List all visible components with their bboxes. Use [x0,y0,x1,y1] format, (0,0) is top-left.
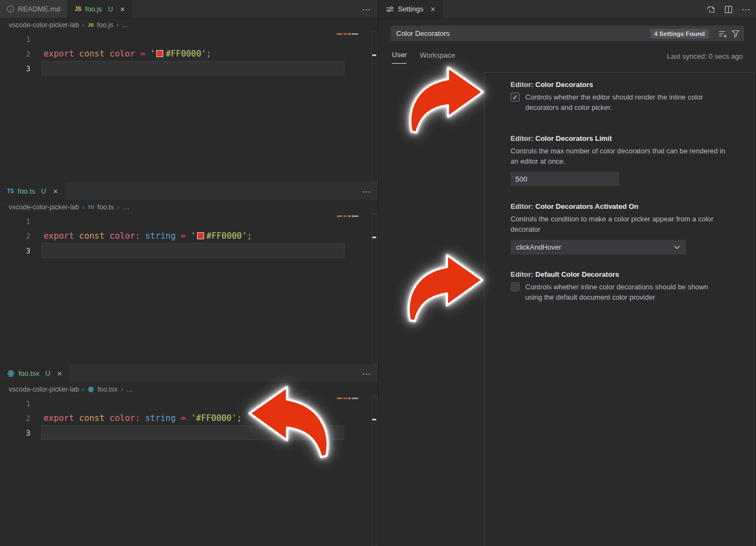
tab-foots[interactable]: TS foo.ts U × [0,182,65,200]
editor-pane-footsx: foo.tsx U × ⋯ vscode-color-picker-lab › [0,364,378,546]
open-settings-json-icon[interactable] [706,5,716,14]
close-icon[interactable]: × [57,369,62,377]
breadcrumb-symbol[interactable]: … [122,203,130,211]
dropdown-value: clickAndHover [516,243,561,251]
scope-tab-user[interactable]: User [392,51,407,64]
tab-foojs[interactable]: JS foo.js U × [67,0,132,18]
code-editor[interactable]: 1 2 export const color = '#FF0000'; 3 [0,32,378,182]
setting-description: Controls whether the editor should rende… [525,92,717,113]
setting-description: Controls the max number of color decorat… [511,146,735,166]
close-icon[interactable]: × [120,5,125,13]
scrollbar[interactable] [372,32,378,182]
chevron-right-icon: › [82,203,84,211]
line-number: 2 [0,414,30,423]
tab-label: foo.tsx [19,369,39,377]
vscode-window: i README.md JS foo.js U × ⋯ vscode-color… [0,0,756,546]
more-actions-icon[interactable]: ⋯ [362,0,371,18]
tab-footsx[interactable]: foo.tsx U × [0,364,70,382]
breadcrumb-file[interactable]: foo.ts [97,203,114,211]
code-line-current: 3 [0,243,378,258]
tab-bar: foo.tsx U × ⋯ [0,364,378,383]
line-number: 1 [0,399,30,408]
tab-bar: Settings × ⋯ [379,0,756,18]
editor-pane-foots: TS foo.ts U × ⋯ vscode-color-picker-lab … [0,182,378,364]
setting-title: Editor: Color Decorators Limit [511,134,754,143]
breadcrumb-file[interactable]: foo.js [97,21,113,29]
tab-bar: i README.md JS foo.js U × ⋯ [0,0,378,18]
current-line-highlight [41,61,345,76]
current-line-highlight [41,425,345,440]
react-icon [7,370,15,377]
more-actions-icon[interactable]: ⋯ [362,182,371,201]
chevron-right-icon: › [117,203,119,211]
settings-search-input[interactable]: Color Decorators 4 Settings Found [391,26,744,41]
settings-editor-group: Settings × ⋯ [378,0,756,546]
setting-color-decorators-activated-on: Editor: Color Decorators Activated On Co… [511,202,754,255]
settings-list: Editor: Color Decorators ✓ Controls whet… [484,72,754,546]
filter-icon[interactable] [732,30,740,38]
chevron-right-icon: › [82,21,84,29]
setting-color-decorators-limit: Editor: Color Decorators Limit Controls … [511,134,754,186]
setting-default-color-decorators: Editor: Default Color Decorators Control… [511,270,754,302]
setting-description: Controls whether inline color decoration… [525,282,726,302]
git-untracked-badge: U [41,188,46,195]
breadcrumb-symbol[interactable]: … [122,21,129,29]
code-line: 1 [0,214,378,228]
scope-tab-workspace[interactable]: Workspace [420,51,455,64]
checkbox-color-decorators[interactable]: ✓ [511,92,520,102]
clear-filters-icon[interactable] [718,30,727,38]
line-number: 3 [0,246,30,255]
line-number: 1 [0,217,30,226]
close-icon[interactable]: × [53,187,58,195]
code-line: 2 export const color: string = '#FF0000'… [0,228,378,243]
tab-label: Settings [398,5,423,13]
tab-readme[interactable]: i README.md [0,0,67,18]
git-untracked-badge: U [108,5,113,13]
breadcrumb-folder[interactable]: vscode-color-picker-lab [9,21,79,29]
chevron-right-icon: › [82,386,84,393]
code-editor[interactable]: 1 2 export const color: string = '#FF000… [0,214,378,364]
settings-sliders-icon [386,5,394,13]
scrollbar[interactable] [372,396,378,546]
settings-search-row: Color Decorators 4 Settings Found [379,18,756,46]
search-query-text: Color Decorators [396,29,650,38]
overview-ruler-cursor [372,419,376,420]
setting-color-decorators: Editor: Color Decorators ✓ Controls whet… [511,80,754,113]
split-editor-icon[interactable] [724,5,733,14]
close-icon[interactable]: × [431,5,435,13]
more-actions-icon[interactable]: ⋯ [741,4,751,15]
breadcrumb-folder[interactable]: vscode-color-picker-lab [9,386,79,393]
color-decorator-swatch[interactable] [156,50,163,57]
minimap[interactable] [337,215,358,217]
breadcrumb-file[interactable]: foo.tsx [97,386,118,393]
code-text: export const color: string = '#FF0000'; [30,231,252,241]
editor-pane-foojs: i README.md JS foo.js U × ⋯ vscode-color… [0,0,378,182]
ts-icon: TS [7,188,14,194]
code-editor[interactable]: 1 2 export const color: string = '#FF000… [0,396,378,546]
settings-scope-tabs: User Workspace Last synced: 0 secs ago [379,46,756,65]
code-line-current: 3 [0,61,378,76]
editor-actions: ⋯ [706,0,751,18]
breadcrumb: vscode-color-picker-lab › foo.tsx › … [0,383,378,396]
activated-on-dropdown[interactable]: clickAndHover [511,240,686,255]
minimap[interactable] [337,398,358,399]
line-number: 2 [0,232,30,240]
breadcrumb-symbol[interactable]: … [126,386,133,393]
chevron-down-icon [674,245,680,250]
code-text: export const color = '#FF0000'; [30,49,211,59]
more-actions-icon[interactable]: ⋯ [362,364,371,383]
line-number: 3 [0,429,30,437]
setting-title: Editor: Color Decorators Activated On [511,202,754,211]
limit-input[interactable] [511,172,619,186]
color-decorator-swatch[interactable] [197,232,204,239]
code-line: 2 export const color: string = '#FF0000'… [0,411,378,425]
setting-description: Controls the condition to make a color p… [511,214,729,234]
check-icon: ✓ [512,94,518,101]
checkbox-default-color-decorators[interactable] [511,282,520,291]
tab-settings[interactable]: Settings × [379,0,443,18]
breadcrumb-folder[interactable]: vscode-color-picker-lab [9,203,79,211]
scrollbar[interactable] [372,214,378,364]
minimap[interactable] [337,33,358,35]
tab-bar: TS foo.ts U × ⋯ [0,182,378,201]
tab-label: README.md [18,5,60,13]
